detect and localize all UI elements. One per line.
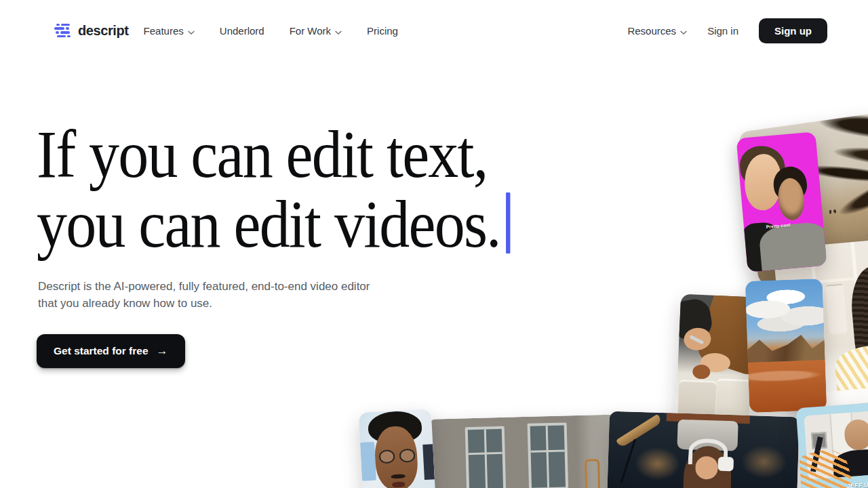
hero-heading: If you can edit text, you can edit video… xyxy=(37,119,563,259)
nav-item-label: For Work xyxy=(290,25,331,37)
nav-item-label: Pricing xyxy=(367,25,398,37)
video-thumbnail-headphones-woman xyxy=(607,411,800,488)
video-thumbnail-studio-room xyxy=(429,414,619,488)
video-thumbnail-pink-duo: Pretty cool xyxy=(736,131,827,272)
nav-item-pricing[interactable]: Pricing xyxy=(367,25,398,37)
chevron-down-icon xyxy=(680,26,687,37)
background-screen-shape xyxy=(422,444,435,480)
arrow-right-icon: → xyxy=(157,344,168,358)
chevron-down-icon xyxy=(335,26,342,37)
hero-heading-line-2: you can edit videos. xyxy=(37,189,510,259)
chevron-down-icon xyxy=(188,26,195,37)
get-started-label: Get started for free xyxy=(54,345,149,357)
hanging-garment-shape xyxy=(825,285,848,334)
text-cursor xyxy=(506,192,510,253)
nav-item-for-work[interactable]: For Work xyxy=(290,24,342,37)
hero-subtext: Descript is the AI-powered, fully featur… xyxy=(38,279,370,312)
video-thumbnail-desert xyxy=(745,279,827,413)
headphones-earcup-shape xyxy=(718,457,734,471)
video-thumbnail-cooking xyxy=(675,294,755,429)
nav-item-label: Features xyxy=(144,25,184,37)
background-screen-shape xyxy=(360,442,376,481)
window-shape xyxy=(527,423,568,488)
header-right-group: Resources Sign in Sign up xyxy=(627,18,827,43)
descript-logo-icon xyxy=(54,22,72,39)
striped-shirt-shape xyxy=(833,342,868,391)
hero-subtext-line-2: that you already know how to use. xyxy=(38,296,370,312)
window-shape xyxy=(465,426,506,488)
hero-subtext-line-1: Descript is the AI-powered, fully featur… xyxy=(38,279,370,296)
mirror-shape xyxy=(585,459,601,488)
sign-in-link[interactable]: Sign in xyxy=(707,25,738,37)
nav-item-resources[interactable]: Resources xyxy=(627,24,687,37)
descript-logo[interactable]: descript xyxy=(54,22,129,39)
rock-ridge-shape xyxy=(747,331,825,363)
sign-up-button[interactable]: Sign up xyxy=(759,18,827,43)
video-thumbnail-glasses-man xyxy=(359,409,436,488)
nav-item-label: Resources xyxy=(627,25,676,37)
nav-item-features[interactable]: Features xyxy=(144,24,195,37)
top-navigation: descript Features Underlord For Work Pri… xyxy=(0,0,868,61)
nav-item-label: Underlord xyxy=(220,25,264,37)
nav-item-underlord[interactable]: Underlord xyxy=(220,25,264,37)
descript-wordmark: descript xyxy=(78,23,129,39)
lamp-shade-shape xyxy=(616,414,663,449)
hero-heading-line-2-text: you can edit videos. xyxy=(37,186,500,262)
primary-nav: Features Underlord For Work Pricing xyxy=(144,24,398,37)
sand-dune-shape xyxy=(748,365,827,413)
get-started-button[interactable]: Get started for free → xyxy=(37,334,185,368)
video-thumbnail-webcam-guest: JEFF UMB xyxy=(796,403,868,488)
hero-heading-line-1: If you can edit text, xyxy=(37,119,510,189)
